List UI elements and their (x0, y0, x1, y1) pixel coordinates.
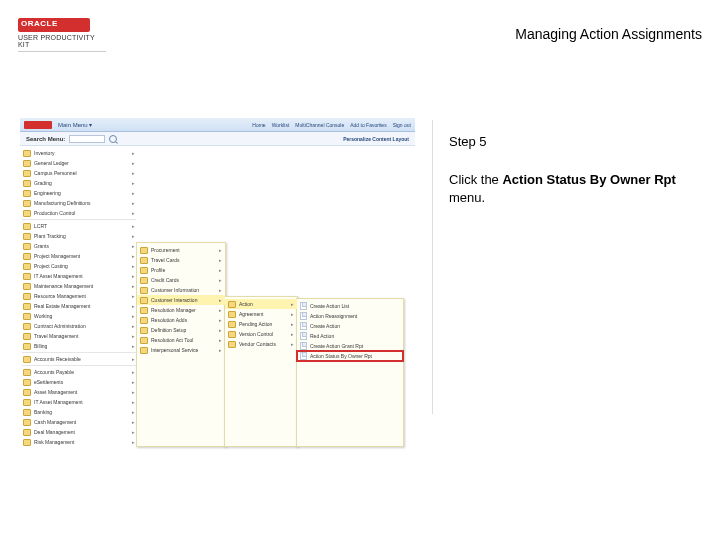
submenu-item[interactable]: Action▸ (225, 299, 297, 309)
folder-icon (23, 303, 31, 310)
menu-item[interactable]: Grading▸ (20, 178, 138, 188)
folder-icon (23, 253, 31, 260)
menu-item[interactable]: Engineering▸ (20, 188, 138, 198)
submenu-item[interactable]: Profile▸ (137, 265, 225, 275)
menu-item[interactable]: Asset Management▸ (20, 387, 138, 397)
main-menu-dropdown[interactable]: Main Menu ▾ (58, 121, 92, 128)
chevron-right-icon: ▸ (291, 331, 294, 337)
menu-item[interactable]: Plant Tracking▸ (20, 231, 138, 241)
submenu-item[interactable]: Definition Setup▸ (137, 325, 225, 335)
menu-item[interactable]: Accounts Receivable▸ (20, 354, 138, 364)
menu-item[interactable]: Grants▸ (20, 241, 138, 251)
menu-item[interactable]: eSettlements▸ (20, 377, 138, 387)
doc-header: USER PRODUCTIVITY KIT Managing Action As… (18, 18, 702, 66)
submenu-item[interactable]: Credit Cards▸ (137, 275, 225, 285)
menu-item[interactable]: Inventory▸ (20, 148, 138, 158)
submenu-item[interactable]: Interpersonal Service▸ (137, 345, 225, 355)
folder-icon (23, 223, 31, 230)
folder-icon (23, 283, 31, 290)
chevron-right-icon: ▸ (132, 243, 135, 249)
chevron-right-icon: ▸ (132, 273, 135, 279)
search-input[interactable] (69, 135, 105, 143)
chevron-right-icon: ▸ (132, 200, 135, 206)
submenu-item[interactable]: Vendor Contacts▸ (225, 339, 297, 349)
menu-item[interactable]: General Ledger▸ (20, 158, 138, 168)
menu-item[interactable]: Banking▸ (20, 407, 138, 417)
menu-item[interactable]: Resource Management▸ (20, 291, 138, 301)
link-multichannel[interactable]: MultiChannel Console (295, 122, 344, 128)
menu-item[interactable]: Real Estate Management▸ (20, 301, 138, 311)
submenu-item[interactable]: Resolution Act Tool▸ (137, 335, 225, 345)
submenu-item[interactable]: Customer Interaction▸ (137, 295, 225, 305)
folder-icon (23, 356, 31, 363)
chevron-right-icon: ▸ (219, 267, 222, 273)
chevron-right-icon: ▸ (132, 180, 135, 186)
link-home[interactable]: Home (252, 122, 265, 128)
brand-subtitle: USER PRODUCTIVITY KIT (18, 34, 106, 52)
folder-icon (140, 267, 148, 274)
menu-item[interactable]: Working▸ (20, 311, 138, 321)
leaf-menu-item[interactable]: Create Action Grant Rpt (297, 341, 403, 351)
menu-item[interactable]: Project Costing▸ (20, 261, 138, 271)
personalize-link[interactable]: Personalize Content Layout (343, 136, 409, 142)
submenu-item[interactable]: Customer Information▸ (137, 285, 225, 295)
menu-item[interactable]: Billing▸ (20, 341, 138, 351)
folder-icon (23, 409, 31, 416)
instruction-text: Click the Action Status By Owner Rpt men… (449, 171, 682, 206)
leaf-menu-item[interactable]: Red Action (297, 331, 403, 341)
oracle-logo (18, 18, 90, 32)
chevron-right-icon: ▸ (132, 399, 135, 405)
leaf-menu-item[interactable]: Action Reassignment (297, 311, 403, 321)
chevron-right-icon: ▸ (219, 317, 222, 323)
folder-icon (228, 341, 236, 348)
search-row: Search Menu: Personalize Content Layout (20, 132, 415, 146)
menu-item[interactable]: Deal Management▸ (20, 427, 138, 437)
submenu-item[interactable]: Version Control▸ (225, 329, 297, 339)
folder-icon (140, 297, 148, 304)
link-worklist[interactable]: Worklist (272, 122, 290, 128)
search-icon[interactable] (109, 135, 117, 143)
chevron-right-icon: ▸ (132, 190, 135, 196)
submenu-item[interactable]: Resolution Manager▸ (137, 305, 225, 315)
menu-item[interactable]: Project Management▸ (20, 251, 138, 261)
menu-item[interactable]: Campus Personnel▸ (20, 168, 138, 178)
menu-item[interactable]: Accounts Payable▸ (20, 367, 138, 377)
menu-item[interactable]: Production Control▸ (20, 208, 138, 218)
submenu-item[interactable]: Resolution Adds▸ (137, 315, 225, 325)
submenu-item[interactable]: Pending Action▸ (225, 319, 297, 329)
chevron-right-icon: ▸ (132, 439, 135, 445)
menu-item[interactable]: IT Asset Management▸ (20, 271, 138, 281)
chevron-right-icon: ▸ (219, 347, 222, 353)
app-topbar: Main Menu ▾ Home Worklist MultiChannel C… (20, 118, 415, 132)
folder-icon (140, 287, 148, 294)
menu-item[interactable]: Maintenance Management▸ (20, 281, 138, 291)
leaf-menu-item[interactable]: Create Action (297, 321, 403, 331)
menu-item[interactable]: Cash Management▸ (20, 417, 138, 427)
submenu-item[interactable]: Agreement▸ (225, 309, 297, 319)
page-icon (300, 332, 307, 340)
submenu-item[interactable]: Travel Cards▸ (137, 255, 225, 265)
chevron-right-icon: ▸ (291, 311, 294, 317)
link-favorites[interactable]: Add to Favorites (350, 122, 386, 128)
chevron-right-icon: ▸ (291, 321, 294, 327)
chevron-right-icon: ▸ (219, 287, 222, 293)
leaf-menu-item[interactable]: Create Action List (297, 301, 403, 311)
chevron-right-icon: ▸ (132, 419, 135, 425)
menu-item[interactable]: Travel Management▸ (20, 331, 138, 341)
chevron-right-icon: ▸ (132, 283, 135, 289)
folder-icon (23, 243, 31, 250)
menu-item[interactable]: Risk Management▸ (20, 437, 138, 447)
folder-icon (23, 439, 31, 446)
submenu-item[interactable]: Procurement▸ (137, 245, 225, 255)
link-signout[interactable]: Sign out (393, 122, 411, 128)
menu-action-status-by-owner-rpt[interactable]: Action Status By Owner Rpt (297, 351, 403, 361)
menu-item[interactable]: IT Asset Management▸ (20, 397, 138, 407)
menu-item[interactable]: LCRT▸ (20, 221, 138, 231)
menu-item[interactable]: Manufacturing Definitions▸ (20, 198, 138, 208)
folder-icon (23, 343, 31, 350)
folder-icon (140, 247, 148, 254)
menu-item[interactable]: Contract Administration▸ (20, 321, 138, 331)
chevron-right-icon: ▸ (132, 263, 135, 269)
folder-icon (23, 190, 31, 197)
chevron-right-icon: ▸ (132, 313, 135, 319)
